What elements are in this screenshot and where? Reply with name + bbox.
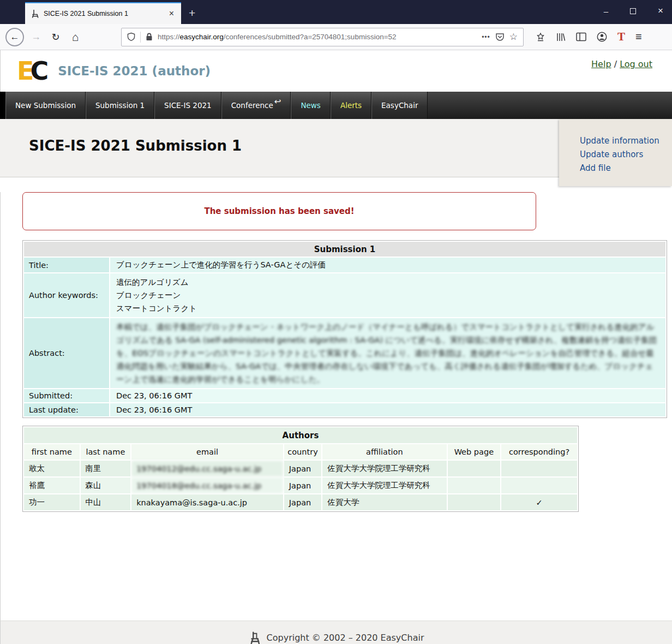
add-file-link[interactable]: Add file	[580, 162, 672, 175]
copyright-text: Copyright © 2002 – 2020 EasyChair	[267, 633, 424, 643]
table-row: Author keywords: 遺伝的アルゴリズム ブロックチェーン スマート…	[24, 273, 665, 317]
nav-item-new-submission[interactable]: New Submission	[5, 92, 86, 119]
page-actions-icon[interactable]: •••	[482, 33, 490, 41]
author-first-name: 裕鷹	[24, 478, 80, 493]
nav-item-submission-1[interactable]: Submission 1	[86, 92, 154, 119]
nav-item-sice-is-2021[interactable]: SICE-IS 2021	[154, 92, 221, 119]
browser-tab[interactable]: SICE-IS 2021 Submission 1 ×	[25, 2, 181, 24]
author-web-page	[448, 494, 501, 510]
help-link[interactable]: Help	[591, 59, 611, 69]
conference-role-title: SICE-IS 2021 (author)	[58, 64, 211, 78]
window-close-icon[interactable]: ×	[658, 5, 663, 16]
author-country: Japan	[284, 494, 321, 510]
home-button[interactable]: ⌂	[67, 31, 83, 44]
update-information-link[interactable]: Update information	[580, 134, 672, 148]
side-menu: Update information Update authors Add fi…	[559, 119, 672, 186]
forward-button[interactable]: →	[28, 31, 44, 43]
table-header-row: first name last name email country affil…	[24, 444, 577, 460]
nav-item-conference-label: Conference	[231, 101, 273, 110]
save-confirmation-box: The submission has been saved!	[22, 192, 536, 230]
title-label: Title:	[24, 258, 109, 272]
authors-caption: Authors	[24, 427, 577, 443]
reload-button[interactable]: ↻	[47, 31, 64, 43]
bookmarks-menu-icon[interactable]	[536, 32, 545, 42]
link-separator: /	[614, 59, 617, 69]
author-corresponding-check: ✓	[501, 494, 577, 510]
col-web-page: Web page	[448, 444, 501, 460]
site-header: EC SICE-IS 2021 (author) Help / Log out	[0, 50, 672, 92]
table-row: Abstract: 本稿では、遺伝子集団がブロックチェーン・ネットワーク上のノー…	[24, 318, 665, 388]
help-logout-links: Help / Log out	[591, 59, 652, 69]
extension-t-icon[interactable]: T	[617, 30, 625, 44]
author-last-name: 森山	[81, 478, 131, 493]
author-row: 敢太 南里 19704012@edu.cc.saga-u.ac.jp Japan…	[24, 461, 577, 476]
abstract-blurred-text: 本稿では、遺伝子集団がブロックチェーン・ネットワーク上のノード（マイナーとも呼ば…	[116, 320, 659, 386]
account-icon[interactable]	[597, 32, 607, 42]
submitted-label: Submitted:	[24, 389, 109, 402]
author-web-page	[448, 461, 501, 476]
bookmark-star-icon[interactable]: ☆	[509, 31, 518, 43]
last-update-label: Last update:	[24, 403, 109, 416]
col-corresponding: corresponding?	[501, 444, 577, 460]
nav-item-easychair[interactable]: EasyChair	[371, 92, 428, 119]
shield-icon[interactable]	[127, 32, 135, 41]
logout-link[interactable]: Log out	[620, 59, 652, 69]
abstract-value: 本稿では、遺伝子集団がブロックチェーン・ネットワーク上のノード（マイナーとも呼ば…	[110, 318, 665, 388]
pocket-icon[interactable]	[495, 33, 505, 41]
url-bar[interactable]: https://easychair.org/conferences/submit…	[121, 28, 524, 46]
title-value: ブロックチェーン上で進化的学習を行うSA-GAとその評価	[110, 258, 665, 272]
author-email: knakayama@is.saga-u.ac.jp	[131, 494, 283, 510]
table-caption-row: Submission 1	[24, 242, 665, 257]
sidebar-toggle-icon[interactable]	[576, 32, 586, 41]
submission-caption: Submission 1	[24, 242, 665, 257]
submitted-value: Dec 23, 06:16 GMT	[110, 389, 665, 402]
col-first-name: first name	[24, 444, 80, 460]
update-authors-link[interactable]: Update authors	[580, 148, 672, 162]
keywords-label: Author keywords:	[24, 273, 109, 317]
library-icon[interactable]	[556, 32, 566, 42]
easychair-logo: EC	[17, 56, 47, 86]
nav-item-conference[interactable]: Conference↩	[221, 92, 291, 119]
author-corresponding	[501, 461, 577, 476]
minimize-icon[interactable]: –	[604, 7, 608, 16]
keywords-value: 遺伝的アルゴリズム ブロックチェーン スマートコントラクト	[110, 273, 665, 317]
table-caption-row: Authors	[24, 427, 577, 443]
urlbar-divider	[140, 32, 141, 43]
author-corresponding	[501, 478, 577, 493]
url-path: /conferences/submitted?a=25704801;submis…	[224, 33, 397, 41]
menu-hamburger-icon[interactable]: ≡	[635, 31, 642, 43]
submission-table-wrap: Submission 1 Title: ブロックチェーン上で進化的学習を行うSA…	[22, 240, 667, 418]
authors-table: Authors first name last name email count…	[22, 426, 579, 512]
author-affiliation: 佐賀大学大学院理工学研究科	[322, 478, 446, 493]
tab-close-icon[interactable]: ×	[167, 9, 176, 19]
url-scheme: https://	[158, 33, 180, 41]
page-footer: Copyright © 2002 – 2020 EasyChair	[0, 621, 672, 644]
author-row: 功一 中山 knakayama@is.saga-u.ac.jp Japan 佐賀…	[24, 494, 577, 510]
author-affiliation: 佐賀大学	[322, 494, 446, 510]
col-country: country	[284, 444, 321, 460]
maximize-icon[interactable]	[630, 8, 636, 14]
back-button[interactable]: ←	[5, 28, 24, 46]
nav-item-alerts[interactable]: Alerts	[331, 92, 371, 119]
last-update-value: Dec 23, 06:16 GMT	[110, 403, 665, 416]
table-row: Submitted: Dec 23, 06:16 GMT	[24, 389, 665, 402]
toolbar-icons: T ≡	[536, 30, 642, 44]
main-navigation: New Submission Submission 1 SICE-IS 2021…	[0, 92, 672, 119]
browser-toolbar: ← → ↻ ⌂ https://easychair.org/conference…	[0, 24, 672, 50]
author-email-blurred: 19704018@edu.cc.saga-u.ac.jp	[131, 478, 283, 493]
col-email: email	[131, 444, 283, 460]
lock-icon[interactable]	[146, 33, 153, 41]
author-first-name: 敢太	[24, 461, 80, 476]
return-arrow-icon: ↩	[274, 97, 281, 106]
nav-item-news[interactable]: News	[291, 92, 330, 119]
easychair-favicon-chair-icon	[31, 9, 39, 18]
url-domain: easychair.org	[180, 33, 224, 41]
save-confirmation-text: The submission has been saved!	[204, 206, 354, 216]
author-last-name: 中山	[81, 494, 131, 510]
table-row: Last update: Dec 23, 06:16 GMT	[24, 403, 665, 416]
main-content: The submission has been saved! Submissio…	[0, 192, 672, 621]
url-text[interactable]: https://easychair.org/conferences/submit…	[158, 33, 477, 41]
author-first-name: 功一	[24, 494, 80, 510]
new-tab-button[interactable]: +	[189, 7, 195, 20]
keyword-line: スマートコントラクト	[116, 302, 659, 315]
